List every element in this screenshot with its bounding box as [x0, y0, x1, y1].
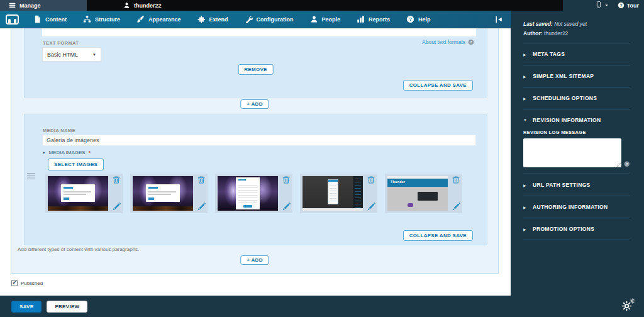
save-button[interactable]: SAVE [11, 301, 42, 313]
svg-text:?: ? [626, 162, 628, 166]
last-saved-value: Not saved yet [554, 21, 587, 27]
tour-label: Tour [627, 3, 639, 9]
divider [523, 196, 630, 196]
chevron-right-icon: ▶ [523, 183, 528, 187]
toolbar-item-configuration[interactable]: Configuration [236, 11, 302, 28]
last-saved-label: Last saved: [523, 21, 553, 27]
reports-icon [357, 15, 365, 23]
add-paragraph-button[interactable]: + ADD [240, 255, 269, 265]
preview-button[interactable]: PREVIEW [47, 301, 87, 313]
help-icon[interactable]: ? [468, 39, 474, 45]
delete-media-icon[interactable] [452, 175, 460, 184]
edit-media-icon[interactable] [197, 203, 206, 211]
edit-media-icon[interactable] [282, 203, 291, 211]
media-thumb-image[interactable] [48, 176, 108, 211]
text-format-select[interactable]: Basic HTML ▼ [42, 47, 101, 62]
edit-media-icon[interactable] [367, 203, 375, 211]
divider [523, 43, 630, 43]
remove-button[interactable]: REMOVE [238, 64, 273, 75]
responsive-preview-toggle[interactable] [596, 1, 609, 9]
delete-media-icon[interactable] [112, 175, 121, 184]
media-thumb-image[interactable] [303, 176, 363, 211]
sidebar-section-url-path-settings[interactable]: ▶URL PATH SETTINGS [523, 181, 630, 189]
sidebar-section-simple-xml-sitemap[interactable]: ▶SIMPLE XML SITEMAP [523, 72, 630, 81]
delete-media-icon[interactable] [197, 175, 206, 184]
toolbar-item-label: Extend [209, 16, 228, 23]
toolbar-collapse-icon[interactable] [494, 15, 503, 24]
toolbar-item-label: People [322, 16, 341, 23]
sidebar-section-scheduling-options[interactable]: ▶SCHEDULING OPTIONS [523, 94, 630, 103]
mobile-device-icon [596, 1, 602, 9]
toolbar-item-structure[interactable]: Structure [75, 11, 128, 28]
delete-media-icon[interactable] [282, 175, 291, 184]
manage-tab[interactable]: Manage [0, 0, 87, 11]
sidebar-section-promotion-options[interactable]: ▶PROMOTION OPTIONS [523, 225, 630, 233]
sidebar-section-authoring-information[interactable]: ▶AUTHORING INFORMATION [523, 203, 630, 211]
form-actions-bar: SAVE PREVIEW [0, 296, 511, 317]
media-images-details-toggle[interactable]: ▼ MEDIA IMAGES * [42, 150, 91, 155]
paragraphs-help-text: Add different types of content with vari… [18, 247, 139, 252]
toolbar-item-extend[interactable]: Extend [189, 11, 236, 28]
published-label: Published [21, 281, 43, 286]
toolbar-item-content[interactable]: Content [25, 11, 75, 28]
collapse-and-save-button[interactable]: COLLAPSE AND SAVE [403, 230, 473, 241]
text-format-label: TEXT FORMAT [43, 40, 79, 46]
author-value: thunder22 [544, 30, 568, 36]
media-thumbnail-1 [45, 174, 123, 213]
appearance-icon [136, 15, 145, 23]
sidebar-section-revision-information[interactable]: ▼REVISION INFORMATION [523, 116, 630, 125]
toolbar-item-label: Appearance [148, 16, 181, 23]
divider [523, 174, 630, 174]
admin-toolbar: ContentStructureAppearanceExtendConfigur… [0, 11, 511, 28]
toolbar-item-help[interactable]: ?Help [398, 11, 439, 28]
extend-icon [197, 15, 206, 23]
content-icon [33, 15, 42, 23]
drag-handle[interactable] [27, 173, 35, 180]
add-paragraph-button[interactable]: + ADD [240, 99, 269, 109]
toolbar-item-people[interactable]: People [302, 11, 349, 28]
chevron-right-icon: ▶ [523, 96, 528, 101]
environment-gear-icon[interactable] [621, 298, 635, 312]
about-text-formats-link[interactable]: About text formats ? [422, 39, 474, 45]
published-checkbox[interactable]: ✔ [11, 280, 18, 286]
edit-media-icon[interactable] [452, 203, 460, 211]
text-format-value: Basic HTML [47, 52, 78, 58]
thunder-logo-icon[interactable] [6, 14, 19, 25]
sidebar-section-label: AUTHORING INFORMATION [533, 204, 608, 210]
toolbar-item-label: Content [45, 16, 67, 23]
chevron-right-icon: ▶ [523, 52, 528, 57]
delete-media-icon[interactable] [367, 175, 375, 184]
people-icon [310, 15, 318, 23]
collapse-and-save-button[interactable]: COLLAPSE AND SAVE [403, 80, 473, 91]
username: thunder22 [134, 3, 162, 9]
node-edit-form: TEXT FORMAT Basic HTML ▼ About text form… [0, 28, 511, 296]
media-thumbnail-5: Thunder [385, 174, 462, 213]
help-icon[interactable]: ? [624, 161, 630, 167]
user-account-tab[interactable]: thunder22 [116, 0, 169, 11]
admin-top-bar: Manage thunder22 [0, 0, 563, 11]
chevron-down-icon: ▼ [523, 118, 528, 122]
tour-button[interactable]: ? Tour [618, 2, 639, 9]
structure-icon [83, 15, 91, 23]
author-label: Author: [523, 30, 543, 36]
hamburger-icon [9, 2, 16, 9]
media-thumb-image[interactable] [218, 176, 278, 211]
media-thumbnail-4 [300, 174, 377, 213]
sidebar-section-meta-tags[interactable]: ▶META TAGS [523, 50, 630, 58]
edit-media-icon[interactable] [112, 203, 121, 211]
select-images-button[interactable]: SELECT IMAGES [48, 158, 104, 170]
media-thumb-image[interactable]: Thunder [387, 176, 448, 211]
media-thumb-image[interactable] [133, 176, 193, 211]
sidebar-section-label: META TAGS [533, 51, 565, 57]
divider [523, 65, 630, 65]
thumb-caption: Thunder [391, 180, 405, 184]
text-paragraph-item: TEXT FORMAT Basic HTML ▼ About text form… [24, 28, 487, 97]
text-editor-bottom[interactable] [42, 28, 476, 36]
revision-log-textarea[interactable] [523, 138, 621, 167]
media-name-input[interactable] [42, 135, 476, 146]
sidebar-section-label: URL PATH SETTINGS [533, 182, 591, 188]
toolbar-item-reports[interactable]: Reports [348, 11, 398, 28]
chevron-down-icon: ▼ [42, 151, 45, 155]
toolbar-item-label: Structure [95, 16, 120, 23]
toolbar-item-appearance[interactable]: Appearance [128, 11, 189, 28]
